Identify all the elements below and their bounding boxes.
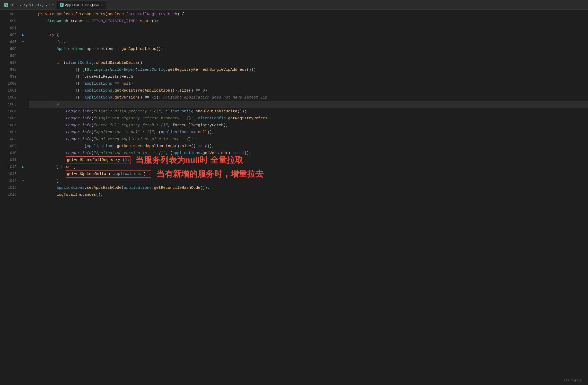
gutter-1005 [19, 115, 27, 122]
ln-997: 997 [1, 59, 16, 66]
ln-1002: 1002 [1, 94, 16, 101]
ln-991: 991 [1, 25, 16, 32]
gutter-999 [19, 73, 27, 80]
line-numbers: 989 990 991 992 993 995 996 997 998 999 … [1, 10, 19, 385]
code-line-1011: getAndStoreFullRegistry (); 当服务列表为null时 … [29, 157, 588, 164]
code-line-1014: } [29, 177, 588, 184]
code-gutter: + + [19, 10, 27, 385]
gutter-997 [19, 59, 27, 66]
ln-1010: 1010 [1, 150, 16, 157]
code-content[interactable]: private boolean fetchRegistry ( boolean … [27, 10, 588, 385]
gutter-1014[interactable]: + [19, 177, 27, 184]
gutter-990 [19, 18, 27, 25]
gutter-1013 [19, 171, 27, 177]
code-line-1003: { [29, 101, 588, 108]
gutter-1000 [19, 80, 27, 87]
gutter-993[interactable]: + [19, 39, 27, 46]
gutter-1004 [19, 108, 27, 115]
code-line-991 [29, 25, 588, 32]
gutter-1011 [19, 157, 27, 164]
tab-label-applications: Applications.java [65, 3, 99, 7]
code-line-995: Applications applications = getApplicati… [29, 46, 588, 52]
gutter-992 [19, 32, 27, 39]
fold-993: + [22, 39, 24, 46]
gutter-1010 [19, 150, 27, 157]
tab-icon-discovery: C [4, 3, 8, 7]
ln-1015: 1015 [1, 184, 16, 191]
ln-1014: 1014 [1, 177, 16, 184]
gutter-1003 [19, 101, 27, 108]
annotation-text-delta: 当有新增的服务时，增量拉去 [156, 171, 264, 177]
code-line-1013: getAndUpdateDelta ( applications ) ; 当有新… [29, 171, 588, 177]
ln-989: 989 [1, 11, 16, 18]
gutter-1016 [19, 191, 27, 198]
gutter-1015 [19, 184, 27, 191]
watermark: CSDN @百百... [564, 378, 585, 382]
close-icon-applications[interactable]: × [101, 3, 103, 7]
gutter-991 [19, 25, 27, 32]
code-line-999: || forceFullRegistryFetch [29, 73, 588, 80]
code-line-1001: || ( applications . getRegisteredApplica… [29, 87, 588, 94]
gutter-989 [19, 11, 27, 18]
gutter-1008 [19, 136, 27, 143]
code-line-993: //... [29, 39, 588, 46]
ln-1009: 1009 [1, 143, 16, 150]
ln-1005: 1005 [1, 115, 16, 122]
ln-990: 990 [1, 18, 16, 25]
ln-1000: 1000 [1, 80, 16, 87]
code-line-1015: applications . setAppsHashCode ( applica… [29, 184, 588, 191]
ln-1008: 1008 [1, 136, 16, 143]
ln-1016: 1016 [1, 191, 16, 198]
code-line-1010: Logger . info ( "Application version is … [29, 150, 588, 157]
ln-1011: 1011 [1, 157, 16, 164]
code-line-1000: || ( applications == null ) [29, 80, 588, 87]
ln-999: 999 [1, 73, 16, 80]
code-line-998: || (! Strings . isNullOrEmpty ( clientCo… [29, 66, 588, 73]
code-line-990: Stopwatch tracer = FETCH_REGISTRY_TIMER … [29, 18, 588, 25]
code-line-1006: Logger . info ( "Force full registry fet… [29, 122, 588, 129]
gutter-1006 [19, 122, 27, 129]
code-line-1008: Logger . info ( "Registered Applications… [29, 136, 588, 143]
code-line-1004: Logger . info ( "Disable delta property … [29, 108, 588, 115]
ln-993: 993 [1, 39, 16, 46]
gutter-1001 [19, 87, 27, 94]
fold-1014: + [22, 177, 24, 184]
ln-992: 992 [1, 32, 16, 39]
gutter-998 [19, 66, 27, 73]
tab-label-discovery: DiscoveryClient.java [10, 3, 50, 7]
ln-1012: 1012 [1, 164, 16, 171]
code-line-1007: Logger . info ( "Application is null : {… [29, 129, 588, 136]
annotation-box-delta: getAndUpdateDelta ( applications ) ; [66, 170, 151, 178]
gutter-1009 [19, 143, 27, 150]
code-line-1005: Logger . info ( "Single vip registry ref… [29, 115, 588, 122]
tab-bar: C DiscoveryClient.java × C Applications.… [0, 0, 588, 10]
ln-996: 996 [1, 52, 16, 59]
code-line-1009: ( applications . getRegisteredApplicatio… [29, 143, 588, 150]
code-line-997: if ( clientConfig . shouldDisableDelta (… [29, 59, 588, 66]
gutter-1007 [19, 129, 27, 136]
ln-1004: 1004 [1, 108, 16, 115]
code-line-996 [29, 52, 588, 59]
annotation-text-full: 当服务列表为null时 全量拉取 [136, 157, 243, 164]
ln-995: 995 [1, 46, 16, 52]
gutter-1012 [19, 164, 27, 171]
ln-1006: 1006 [1, 122, 16, 129]
gutter-995 [19, 46, 27, 52]
ln-1001: 1001 [1, 87, 16, 94]
code-line-1016: logTotalInstances (); [29, 191, 588, 198]
close-icon-discovery[interactable]: × [51, 3, 53, 7]
code-line-992: try { [29, 32, 588, 39]
code-line-989: private boolean fetchRegistry ( boolean … [29, 11, 588, 18]
tab-discovery[interactable]: C DiscoveryClient.java × [1, 0, 57, 10]
tab-icon-applications: C [60, 3, 64, 7]
gutter-996 [19, 52, 27, 59]
ln-998: 998 [1, 66, 16, 73]
ln-1003: 1003 [1, 101, 16, 108]
tab-applications[interactable]: C Applications.java × [57, 0, 106, 10]
code-line-1002: || ( applications . getVersion () == -1 … [29, 94, 588, 101]
code-line-1012: } else { [29, 164, 588, 171]
code-editor: 989 990 991 992 993 995 996 997 998 999 … [0, 10, 588, 385]
ln-1007: 1007 [1, 129, 16, 136]
annotation-box-full: getAndStoreFullRegistry (); [66, 156, 130, 164]
gutter-1002 [19, 94, 27, 101]
